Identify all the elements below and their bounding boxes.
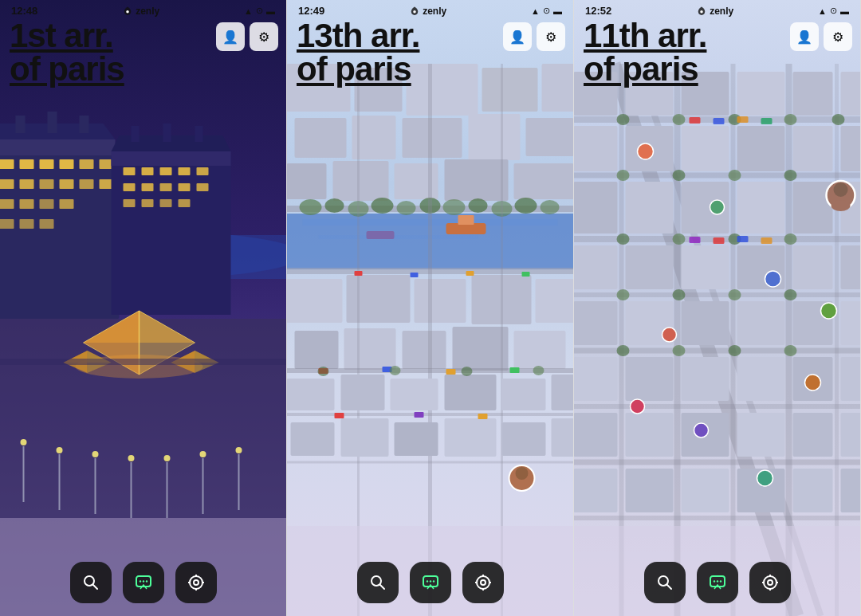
svg-point-123 (443, 199, 466, 215)
svg-rect-47 (163, 124, 171, 142)
svg-rect-234 (626, 357, 674, 401)
svg-point-181 (477, 576, 489, 589)
svg-rect-7 (20, 159, 34, 169)
svg-rect-223 (682, 245, 729, 289)
svg-rect-24 (40, 219, 54, 229)
header-buttons-2[interactable]: 👤 ⚙ (503, 22, 565, 51)
svg-rect-36 (124, 183, 136, 191)
svg-line-176 (379, 585, 384, 590)
svg-point-268 (617, 345, 630, 356)
svg-rect-287 (761, 118, 773, 124)
svg-rect-103 (526, 118, 574, 156)
svg-rect-46 (132, 126, 140, 142)
svg-rect-137 (514, 331, 566, 369)
header-buttons-3[interactable]: 👤 ⚙ (790, 22, 852, 51)
search-button-1[interactable] (70, 562, 112, 603)
svg-point-76 (200, 451, 206, 457)
logo-3: zenly (696, 6, 733, 17)
svg-rect-159 (510, 367, 520, 373)
svg-point-301 (768, 580, 773, 585)
svg-rect-129 (347, 275, 411, 323)
search-button-3[interactable] (644, 562, 686, 603)
svg-rect-215 (574, 182, 618, 233)
panel-2: 12:49 zenly ▲ ⊙ ▬ 13th arr. of paris 👤 ⚙ (287, 0, 574, 616)
profile-button-2[interactable]: 👤 (503, 22, 532, 51)
svg-point-272 (638, 143, 654, 159)
svg-rect-21 (60, 199, 74, 209)
svg-point-180 (432, 580, 434, 582)
svg-rect-115 (367, 231, 395, 239)
svg-rect-235 (682, 357, 729, 401)
svg-point-117 (300, 199, 322, 215)
svg-rect-213 (793, 126, 833, 171)
chat-button-1[interactable] (123, 562, 164, 603)
settings-button-1[interactable]: ⚙ (250, 22, 278, 51)
svg-rect-29 (112, 155, 231, 315)
svg-rect-291 (761, 237, 773, 244)
svg-point-84 (139, 580, 140, 582)
search-button-2[interactable] (357, 562, 399, 603)
logo-1: zenly (122, 6, 159, 17)
svg-rect-218 (737, 182, 785, 233)
profile-button-3[interactable]: 👤 (790, 22, 819, 51)
svg-rect-135 (403, 331, 446, 369)
svg-point-254 (784, 114, 797, 125)
chat-button-3[interactable] (697, 562, 738, 603)
profile-icon-3: 👤 (796, 29, 812, 45)
svg-point-252 (673, 114, 686, 125)
svg-point-274 (765, 271, 781, 287)
svg-point-282 (834, 182, 848, 197)
svg-point-270 (729, 345, 741, 356)
svg-point-293 (700, 10, 703, 13)
svg-rect-44 (179, 199, 191, 207)
svg-rect-212 (737, 126, 785, 171)
locate-button-2[interactable] (462, 562, 504, 603)
svg-point-120 (372, 198, 394, 214)
settings-button-3[interactable]: ⚙ (824, 22, 852, 51)
settings-icon-3: ⚙ (832, 29, 843, 45)
svg-rect-151 (341, 418, 389, 457)
svg-point-87 (190, 576, 202, 589)
svg-rect-5 (0, 139, 116, 155)
svg-rect-236 (737, 357, 785, 401)
svg-rect-104 (287, 163, 327, 199)
settings-button-2[interactable]: ⚙ (537, 22, 565, 51)
svg-rect-226 (841, 245, 861, 289)
svg-rect-148 (502, 379, 546, 410)
profile-button-1[interactable]: 👤 (216, 22, 245, 51)
svg-rect-165 (466, 271, 474, 276)
bottom-bar-1 (0, 562, 286, 603)
svg-rect-133 (295, 331, 339, 369)
svg-point-258 (729, 170, 741, 181)
header-2: 13th arr. of paris (297, 19, 419, 86)
svg-rect-288 (690, 237, 701, 243)
svg-rect-40 (197, 183, 209, 191)
svg-rect-166 (522, 272, 530, 277)
svg-rect-132 (536, 279, 574, 323)
svg-rect-216 (626, 182, 674, 233)
svg-point-260 (617, 233, 630, 245)
svg-rect-112 (319, 235, 478, 239)
svg-rect-289 (714, 237, 725, 244)
svg-rect-225 (793, 245, 833, 289)
svg-rect-37 (142, 183, 154, 191)
header-buttons-1[interactable]: 👤 ⚙ (216, 22, 278, 51)
svg-rect-214 (841, 126, 861, 171)
svg-rect-12 (0, 179, 14, 189)
svg-rect-150 (291, 422, 335, 456)
logo-2: zenly (409, 6, 446, 17)
signal-icon-1: ▲ (244, 6, 253, 16)
locate-button-3[interactable] (749, 562, 791, 603)
settings-icon-1: ⚙ (258, 29, 269, 45)
svg-point-300 (764, 576, 776, 589)
chat-button-2[interactable] (410, 562, 451, 603)
location-title-1: 1st arr. of paris (10, 19, 124, 86)
svg-point-72 (128, 455, 135, 461)
svg-rect-41 (124, 199, 136, 207)
svg-rect-39 (179, 183, 191, 191)
locate-button-1[interactable] (175, 562, 217, 603)
svg-point-118 (325, 198, 344, 213)
svg-rect-153 (445, 418, 497, 457)
status-icons-1: ▲ ⊙ ▬ (244, 6, 275, 16)
svg-rect-147 (445, 375, 497, 410)
